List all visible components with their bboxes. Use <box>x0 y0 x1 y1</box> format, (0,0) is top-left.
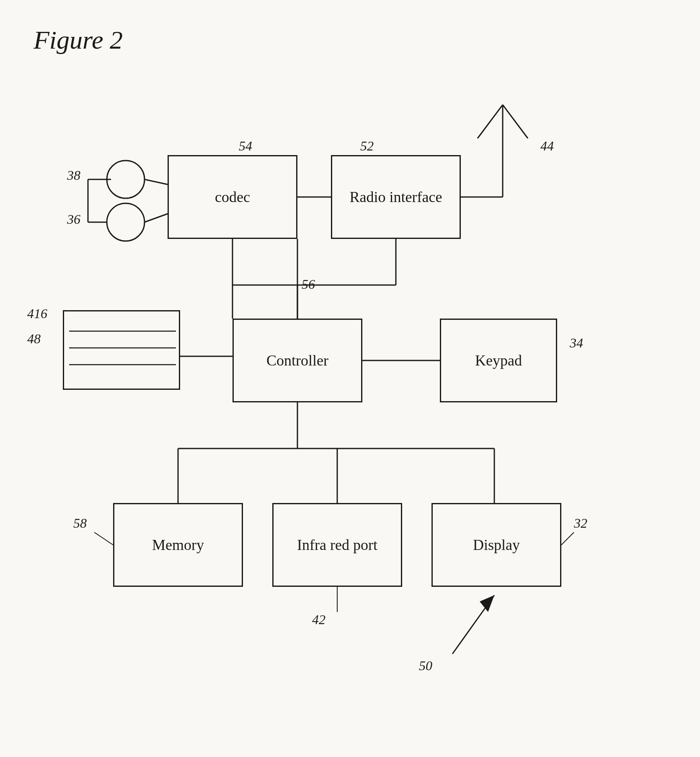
ref-52: 52 <box>360 138 374 154</box>
radio-interface-block: Radio interface <box>331 155 461 239</box>
svg-point-4 <box>107 203 145 241</box>
controller-block: Controller <box>232 319 362 402</box>
page: Figure 2 codec Radio interface Controlle… <box>0 0 700 757</box>
svg-line-31 <box>452 595 494 654</box>
svg-line-34 <box>94 532 113 545</box>
keypad-block: Keypad <box>440 319 557 402</box>
memory-block: Memory <box>113 503 243 587</box>
codec-block: codec <box>168 155 297 239</box>
ref-56: 56 <box>302 277 315 292</box>
svg-line-11 <box>503 105 528 138</box>
svg-line-5 <box>145 214 168 222</box>
sim-block <box>63 310 180 390</box>
ref-34: 34 <box>570 335 583 351</box>
ref-58: 58 <box>73 516 87 531</box>
infra-red-port-block: Infra red port <box>272 503 402 587</box>
ref-48: 48 <box>27 331 41 347</box>
ref-36: 36 <box>67 212 80 227</box>
ref-416: 416 <box>27 306 47 321</box>
display-block: Display <box>431 503 561 587</box>
svg-line-35 <box>561 532 574 545</box>
ref-32: 32 <box>574 516 587 531</box>
ref-38: 38 <box>67 168 80 183</box>
svg-line-10 <box>478 105 503 138</box>
figure-title: Figure 2 <box>34 25 123 55</box>
ref-42: 42 <box>312 612 325 627</box>
svg-line-1 <box>145 179 168 184</box>
ref-50: 50 <box>419 658 432 674</box>
ref-44: 44 <box>540 138 554 154</box>
ref-54: 54 <box>239 138 252 154</box>
svg-marker-32 <box>480 595 494 612</box>
svg-point-0 <box>107 161 145 198</box>
